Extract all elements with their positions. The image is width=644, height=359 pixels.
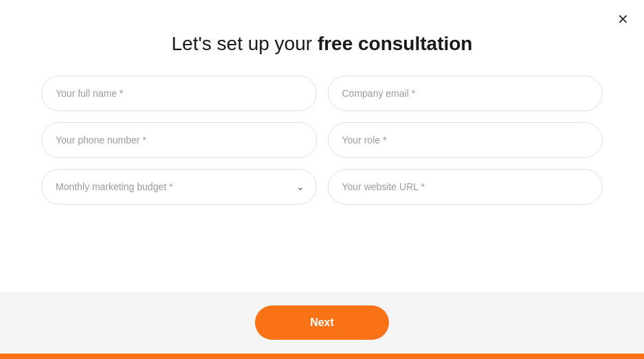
modal-header: Let's set up your free consultation (172, 0, 473, 69)
title-bold: free consultation (318, 33, 473, 54)
full-name-field (41, 76, 317, 111)
monthly-budget-select[interactable]: Monthly marketing budget * Under $5,000 … (41, 169, 317, 205)
form-grid: Monthly marketing budget * Under $5,000 … (41, 76, 603, 205)
close-button[interactable]: ✕ (614, 10, 632, 29)
phone-number-input[interactable] (41, 122, 317, 158)
title-regular: Let's set up your (172, 33, 318, 54)
your-role-input[interactable] (328, 122, 603, 158)
your-role-field (328, 122, 603, 158)
company-email-input[interactable] (328, 76, 603, 111)
phone-number-field (41, 122, 317, 158)
modal-title: Let's set up your free consultation (172, 33, 473, 55)
website-url-input[interactable] (328, 169, 603, 205)
full-name-input[interactable] (41, 76, 317, 111)
company-email-field (328, 76, 603, 111)
consultation-modal: ✕ Let's set up your free consultation (0, 0, 644, 359)
monthly-budget-field: Monthly marketing budget * Under $5,000 … (41, 169, 317, 205)
form-container: Monthly marketing budget * Under $5,000 … (0, 69, 644, 292)
next-button[interactable]: Next (255, 305, 389, 340)
website-url-field (328, 169, 603, 205)
footer-bar: Next (0, 292, 644, 359)
orange-strip (0, 354, 644, 359)
